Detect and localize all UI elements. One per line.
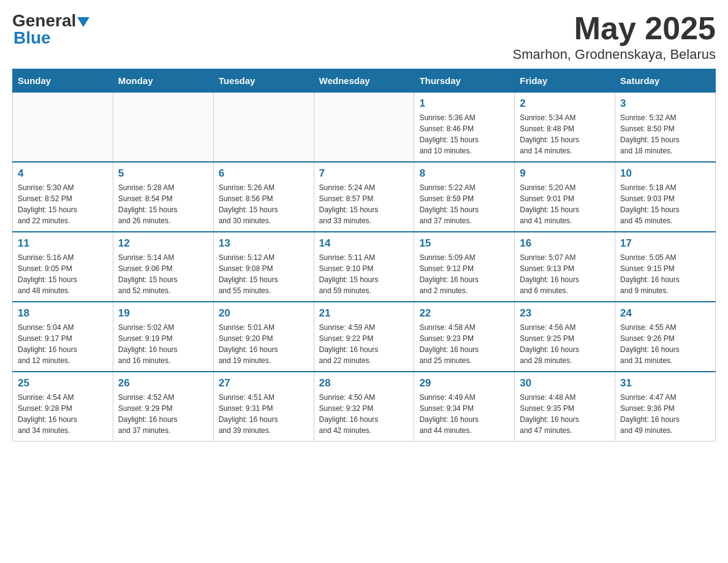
calendar-cell: 1Sunrise: 5:36 AMSunset: 8:46 PMDaylight… (414, 93, 515, 163)
day-info: Sunrise: 5:12 AMSunset: 9:08 PMDaylight:… (219, 252, 309, 296)
day-number: 21 (319, 307, 409, 320)
calendar-table: SundayMondayTuesdayWednesdayThursdayFrid… (12, 69, 716, 442)
day-info: Sunrise: 5:02 AMSunset: 9:19 PMDaylight:… (118, 322, 208, 366)
calendar-cell: 11Sunrise: 5:16 AMSunset: 9:05 PMDayligh… (13, 232, 113, 302)
day-number: 30 (520, 377, 610, 389)
calendar-cell: 26Sunrise: 4:52 AMSunset: 9:29 PMDayligh… (113, 372, 213, 442)
day-info: Sunrise: 4:56 AMSunset: 9:25 PMDaylight:… (520, 322, 610, 366)
day-number: 19 (118, 307, 208, 320)
day-number: 2 (520, 98, 610, 110)
day-number: 7 (319, 167, 409, 180)
day-info: Sunrise: 4:47 AMSunset: 9:36 PMDaylight:… (620, 392, 710, 436)
day-number: 17 (620, 237, 710, 250)
calendar-cell: 27Sunrise: 4:51 AMSunset: 9:31 PMDayligh… (213, 372, 314, 442)
calendar-cell: 31Sunrise: 4:47 AMSunset: 9:36 PMDayligh… (615, 372, 716, 442)
day-info: Sunrise: 4:51 AMSunset: 9:31 PMDaylight:… (219, 392, 309, 436)
day-number: 4 (18, 167, 108, 180)
day-number: 31 (620, 377, 710, 389)
day-info: Sunrise: 5:16 AMSunset: 9:05 PMDaylight:… (18, 252, 108, 296)
calendar-cell: 5Sunrise: 5:28 AMSunset: 8:54 PMDaylight… (113, 162, 213, 232)
location-subtitle: Smarhon, Grodnenskaya, Belarus (513, 47, 716, 63)
day-number: 26 (118, 377, 208, 389)
calendar-cell: 9Sunrise: 5:20 AMSunset: 9:01 PMDaylight… (515, 162, 615, 232)
day-number: 12 (118, 237, 208, 250)
day-info: Sunrise: 5:14 AMSunset: 9:06 PMDaylight:… (118, 252, 208, 296)
day-number: 20 (219, 307, 309, 320)
calendar-cell: 8Sunrise: 5:22 AMSunset: 8:59 PMDaylight… (414, 162, 515, 232)
day-info: Sunrise: 4:50 AMSunset: 9:32 PMDaylight:… (319, 392, 409, 436)
calendar-cell: 20Sunrise: 5:01 AMSunset: 9:20 PMDayligh… (213, 302, 314, 372)
weekday-header-monday: Monday (113, 69, 213, 93)
calendar-cell: 21Sunrise: 4:59 AMSunset: 9:22 PMDayligh… (314, 302, 414, 372)
day-info: Sunrise: 5:04 AMSunset: 9:17 PMDaylight:… (18, 322, 108, 366)
day-number: 11 (18, 237, 108, 250)
calendar-week-row: 4Sunrise: 5:30 AMSunset: 8:52 PMDaylight… (13, 162, 716, 232)
weekday-header-saturday: Saturday (615, 69, 716, 93)
calendar-cell: 10Sunrise: 5:18 AMSunset: 9:03 PMDayligh… (615, 162, 716, 232)
day-info: Sunrise: 5:36 AMSunset: 8:46 PMDaylight:… (419, 112, 509, 156)
calendar-cell: 4Sunrise: 5:30 AMSunset: 8:52 PMDaylight… (13, 162, 113, 232)
calendar-cell: 18Sunrise: 5:04 AMSunset: 9:17 PMDayligh… (13, 302, 113, 372)
calendar-cell: 17Sunrise: 5:05 AMSunset: 9:15 PMDayligh… (615, 232, 716, 302)
day-info: Sunrise: 4:59 AMSunset: 9:22 PMDaylight:… (319, 322, 409, 366)
calendar-week-row: 25Sunrise: 4:54 AMSunset: 9:28 PMDayligh… (13, 372, 716, 442)
day-number: 15 (419, 237, 509, 250)
day-info: Sunrise: 5:05 AMSunset: 9:15 PMDaylight:… (620, 252, 710, 296)
day-number: 24 (620, 307, 710, 320)
calendar-cell: 6Sunrise: 5:26 AMSunset: 8:56 PMDaylight… (213, 162, 314, 232)
calendar-cell: 23Sunrise: 4:56 AMSunset: 9:25 PMDayligh… (515, 302, 615, 372)
day-number: 25 (18, 377, 108, 389)
day-number: 16 (520, 237, 610, 250)
day-info: Sunrise: 4:55 AMSunset: 9:26 PMDaylight:… (620, 322, 710, 366)
day-number: 5 (118, 167, 208, 180)
day-info: Sunrise: 5:24 AMSunset: 8:57 PMDaylight:… (319, 182, 409, 226)
day-number: 6 (219, 167, 309, 180)
calendar-cell: 14Sunrise: 5:11 AMSunset: 9:10 PMDayligh… (314, 232, 414, 302)
weekday-header-sunday: Sunday (13, 69, 113, 93)
weekday-header-friday: Friday (515, 69, 615, 93)
day-info: Sunrise: 4:48 AMSunset: 9:35 PMDaylight:… (520, 392, 610, 436)
day-info: Sunrise: 5:28 AMSunset: 8:54 PMDaylight:… (118, 182, 208, 226)
day-info: Sunrise: 4:58 AMSunset: 9:23 PMDaylight:… (419, 322, 509, 366)
day-number: 23 (520, 307, 610, 320)
day-number: 28 (319, 377, 409, 389)
day-info: Sunrise: 4:49 AMSunset: 9:34 PMDaylight:… (419, 392, 509, 436)
day-number: 9 (520, 167, 610, 180)
day-info: Sunrise: 5:30 AMSunset: 8:52 PMDaylight:… (18, 182, 108, 226)
calendar-cell: 19Sunrise: 5:02 AMSunset: 9:19 PMDayligh… (113, 302, 213, 372)
day-info: Sunrise: 5:09 AMSunset: 9:12 PMDaylight:… (419, 252, 509, 296)
day-number: 22 (419, 307, 509, 320)
day-info: Sunrise: 5:18 AMSunset: 9:03 PMDaylight:… (620, 182, 710, 226)
calendar-cell: 7Sunrise: 5:24 AMSunset: 8:57 PMDaylight… (314, 162, 414, 232)
calendar-cell (13, 93, 113, 163)
page-header: General Blue May 2025 Smarhon, Grodnensk… (12, 12, 716, 63)
calendar-cell (314, 93, 414, 163)
calendar-cell: 29Sunrise: 4:49 AMSunset: 9:34 PMDayligh… (414, 372, 515, 442)
calendar-cell: 2Sunrise: 5:34 AMSunset: 8:48 PMDaylight… (515, 93, 615, 163)
day-info: Sunrise: 5:11 AMSunset: 9:10 PMDaylight:… (319, 252, 409, 296)
calendar-cell: 13Sunrise: 5:12 AMSunset: 9:08 PMDayligh… (213, 232, 314, 302)
logo: General Blue (12, 12, 89, 48)
calendar-week-row: 11Sunrise: 5:16 AMSunset: 9:05 PMDayligh… (13, 232, 716, 302)
day-info: Sunrise: 4:54 AMSunset: 9:28 PMDaylight:… (18, 392, 108, 436)
day-info: Sunrise: 5:32 AMSunset: 8:50 PMDaylight:… (620, 112, 710, 156)
calendar-cell (213, 93, 314, 163)
day-number: 10 (620, 167, 710, 180)
day-number: 14 (319, 237, 409, 250)
weekday-header-row: SundayMondayTuesdayWednesdayThursdayFrid… (13, 69, 716, 93)
logo-general-text: General (12, 12, 76, 29)
calendar-cell: 12Sunrise: 5:14 AMSunset: 9:06 PMDayligh… (113, 232, 213, 302)
calendar-cell: 25Sunrise: 4:54 AMSunset: 9:28 PMDayligh… (13, 372, 113, 442)
calendar-cell: 30Sunrise: 4:48 AMSunset: 9:35 PMDayligh… (515, 372, 615, 442)
calendar-week-row: 1Sunrise: 5:36 AMSunset: 8:46 PMDaylight… (13, 93, 716, 163)
calendar-cell: 24Sunrise: 4:55 AMSunset: 9:26 PMDayligh… (615, 302, 716, 372)
day-info: Sunrise: 5:34 AMSunset: 8:48 PMDaylight:… (520, 112, 610, 156)
day-info: Sunrise: 5:22 AMSunset: 8:59 PMDaylight:… (419, 182, 509, 226)
weekday-header-wednesday: Wednesday (314, 69, 414, 93)
day-info: Sunrise: 5:20 AMSunset: 9:01 PMDaylight:… (520, 182, 610, 226)
calendar-cell: 15Sunrise: 5:09 AMSunset: 9:12 PMDayligh… (414, 232, 515, 302)
day-info: Sunrise: 5:07 AMSunset: 9:13 PMDaylight:… (520, 252, 610, 296)
weekday-header-tuesday: Tuesday (213, 69, 314, 93)
day-number: 8 (419, 167, 509, 180)
calendar-cell: 16Sunrise: 5:07 AMSunset: 9:13 PMDayligh… (515, 232, 615, 302)
